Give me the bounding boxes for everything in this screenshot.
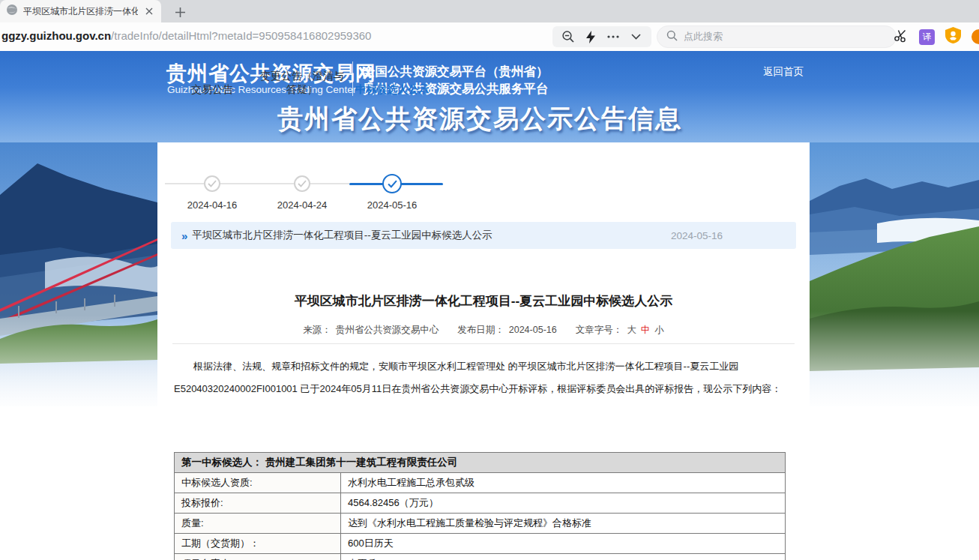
address-bar[interactable]: ggzy.guizhou.gov.cn/tradeInfo/detailHtml…: [1, 29, 371, 42]
timeline-step-date: 2024-05-16: [336, 199, 448, 211]
back-home-link[interactable]: 返回首页: [763, 65, 804, 79]
banner-title: 贵州省公共资源交易公示公告信息: [0, 102, 960, 136]
background-photo-left: [0, 142, 157, 442]
row-label: 中标候选人资质:: [175, 473, 341, 493]
fontsize-medium[interactable]: 中: [641, 325, 651, 335]
tab-close-icon[interactable]: [143, 5, 155, 17]
toolbar-icon-group: [552, 26, 651, 47]
browser-toolbar: ggzy.guizhou.gov.cn/tradeInfo/detailHtml…: [0, 22, 979, 51]
row-label: 质量:: [175, 514, 341, 534]
table-row: 投标报价: 4564.82456（万元）: [175, 493, 786, 514]
scissors-icon[interactable]: [894, 28, 909, 46]
timeline-step-label: 中标候选人公示: [336, 82, 448, 96]
row-label: 工期（交货期）：: [175, 534, 341, 554]
check-circle-icon: [294, 175, 310, 192]
article-title: 平坝区城市北片区排涝一体化工程项目--夏云工业园中标候选人公示: [157, 292, 810, 310]
table-header-row: 第一中标候选人： 贵州建工集团第十一建筑工程有限责任公司: [175, 453, 786, 473]
row-value: 李正兵: [341, 554, 786, 560]
search-input[interactable]: 点此搜索: [657, 25, 897, 48]
winner-candidate-table: 第一中标候选人： 贵州建工集团第十一建筑工程有限责任公司 中标候选人资质: 水利…: [174, 452, 786, 560]
platform-line1: 全国公共资源交易平台（贵州省）: [363, 63, 549, 80]
row-label: 项目负责人:: [175, 554, 341, 560]
search-placeholder: 点此搜索: [684, 30, 723, 43]
table-row: 中标候选人资质: 水利水电工程施工总承包贰级: [175, 473, 786, 493]
url-domain: ggzy.guizhou.gov.cn: [1, 29, 111, 42]
background-photo-right: [810, 142, 979, 442]
row-value: 4564.82456（万元）: [341, 493, 786, 514]
publish-date: 2024-05-16: [509, 325, 557, 335]
row-value: 达到《水利水电工程施工质量检验与评定规程》合格标准: [341, 514, 786, 534]
browser-tab[interactable]: 平坝区城市北片区排涝一体化工: [0, 0, 161, 22]
source-value: 贵州省公共资源交易中心: [336, 325, 439, 335]
browser-tab-bar: 平坝区城市北片区排涝一体化工: [0, 0, 979, 22]
shield-badge-icon[interactable]: [945, 27, 961, 46]
table-row: 项目负责人: 李正兵: [175, 554, 786, 560]
row-value: 600日历天: [341, 534, 786, 554]
article-meta: 来源：贵州省公共资源交易中心发布日期：2024-05-16文章字号：大中小: [157, 324, 810, 337]
search-icon: [666, 30, 678, 44]
fontsize-label: 文章字号：: [576, 325, 623, 335]
announcement-date: 2024-05-16: [671, 230, 723, 241]
fontsize-small[interactable]: 小: [654, 325, 664, 335]
webpage: 贵州省公共资源交易网 Guizhou Public Resources Trad…: [0, 51, 979, 560]
translate-icon[interactable]: 译: [919, 29, 935, 45]
table-header: 第一中标候选人： 贵州建工集团第十一建筑工程有限责任公司: [175, 453, 786, 473]
row-label: 投标报价:: [175, 493, 341, 514]
site-header: 贵州省公共资源交易网 Guizhou Public Resources Trad…: [0, 51, 979, 142]
article-body: 根据法律、法规、规章和招标文件的规定，安顺市平坝区水利工程管理处 的平坝区城市北…: [174, 355, 793, 400]
announcement-list-item[interactable]: » 平坝区城市北片区排涝一体化工程项目--夏云工业园中标候选人公示 2024-0…: [171, 222, 796, 249]
table-row: 质量: 达到《水利水电工程施工质量检验与评定规程》合格标准: [175, 514, 786, 534]
meta-divider: [172, 343, 795, 344]
toolbar-extensions: 译: [894, 26, 979, 47]
process-timeline: 交易公告 2024-04-16 变更公告（澄清与答疑） 2024-04-24 中…: [157, 142, 810, 217]
row-value: 水利水电工程施工总承包贰级: [341, 473, 786, 493]
zoom-out-icon[interactable]: [560, 28, 576, 45]
fontsize-large[interactable]: 大: [627, 325, 636, 335]
check-circle-icon-active: [382, 174, 402, 193]
new-tab-button[interactable]: [171, 3, 189, 21]
favicon-globe-icon: [6, 4, 18, 19]
extension-partial-icon[interactable]: [972, 29, 979, 44]
url-path: /tradeInfo/detailHtml?metaId=95095841680…: [111, 29, 371, 42]
content-panel: 交易公告 2024-04-16 变更公告（澄清与答疑） 2024-04-24 中…: [157, 142, 810, 560]
double-chevron-icon: »: [181, 229, 186, 242]
chevron-down-icon[interactable]: [627, 28, 644, 45]
tab-title: 平坝区城市北片区排涝一体化工: [23, 5, 138, 18]
table-row: 工期（交货期）： 600日历天: [175, 534, 786, 554]
timeline-track-gray: [165, 183, 349, 184]
more-options-icon[interactable]: [605, 28, 621, 45]
source-label: 来源：: [303, 325, 331, 335]
check-circle-icon: [204, 175, 220, 192]
publish-label: 发布日期：: [457, 325, 504, 335]
announcement-link[interactable]: 平坝区城市北片区排涝一体化工程项目--夏云工业园中标候选人公示: [192, 229, 671, 242]
lightning-icon[interactable]: [582, 28, 599, 45]
